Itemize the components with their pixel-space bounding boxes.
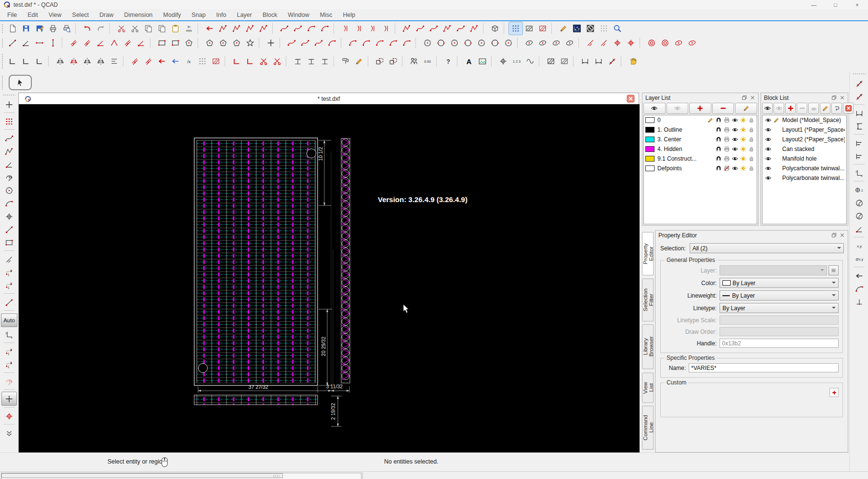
- add-custom-property-button[interactable]: [829, 388, 839, 397]
- coord-relative-xy[interactable]: @x,y: [852, 252, 867, 265]
- block-row[interactable]: Layout2 (*Paper_Space): [762, 135, 846, 144]
- mirror[interactable]: [53, 55, 67, 68]
- point-pole[interactable]: [624, 37, 638, 49]
- point-single[interactable]: [611, 37, 624, 49]
- mirror-keep[interactable]: [67, 55, 80, 68]
- modify-break-out[interactable]: [597, 37, 611, 49]
- hatch[interactable]: [522, 22, 536, 35]
- ellipse-ring[interactable]: [672, 37, 685, 49]
- layer-on-off-sun-icon[interactable]: [739, 155, 747, 163]
- hide-all-layers[interactable]: [667, 103, 689, 114]
- taper-open[interactable]: [366, 22, 379, 35]
- dim-leader[interactable]: [852, 269, 867, 282]
- grid-toggle[interactable]: [509, 22, 522, 35]
- layer-visibility-icon[interactable]: [731, 164, 739, 172]
- snap-intersection-manual[interactable]: [2, 253, 16, 266]
- block-visibility-icon[interactable]: [764, 164, 772, 172]
- side-tab-selection-filter[interactable]: Selection Filter: [642, 278, 654, 321]
- paste[interactable]: [169, 22, 182, 35]
- layer-visibility-icon[interactable]: [731, 136, 739, 143]
- add-block[interactable]: [785, 103, 796, 114]
- mdi-close-icon[interactable]: [627, 95, 635, 103]
- circle-concentric[interactable]: [488, 37, 502, 49]
- polyline-draw[interactable]: [203, 22, 216, 35]
- break-out-manual[interactable]: [305, 55, 318, 68]
- flip-horizontal[interactable]: [80, 55, 94, 68]
- dim-horizontal[interactable]: [852, 107, 867, 120]
- spline-control-points[interactable]: [414, 22, 427, 35]
- ellipse-axes[interactable]: [536, 37, 549, 49]
- menu-info[interactable]: Info: [211, 10, 232, 20]
- round-all[interactable]: [352, 22, 366, 35]
- line-bisector[interactable]: [94, 37, 107, 49]
- snap-xy-axes[interactable]: yx: [2, 328, 16, 341]
- side-tab-command-line[interactable]: Command Line: [642, 406, 654, 450]
- restrict-horizontal-1-2[interactable]: 12: [2, 345, 16, 358]
- minimize-button[interactable]: —: [803, 0, 825, 9]
- ring-center[interactable]: [658, 37, 672, 49]
- layer-on-off-sun-icon[interactable]: [739, 145, 747, 153]
- spline-append[interactable]: [441, 22, 454, 35]
- hatch-edit[interactable]: [536, 22, 549, 35]
- layer-on-off-sun-icon[interactable]: [739, 164, 747, 172]
- scale-entities[interactable]: [407, 55, 421, 68]
- move-copy[interactable]: [373, 55, 387, 68]
- side-tab-view-list[interactable]: View List: [642, 372, 654, 403]
- add-point[interactable]: [1, 392, 17, 406]
- layer-on-off-sun-icon[interactable]: [739, 136, 747, 143]
- layer-snap-lock-icon[interactable]: [714, 164, 722, 172]
- snap-tangential[interactable]: [2, 197, 16, 210]
- break-out-segment[interactable]: [291, 55, 305, 68]
- menu-modify[interactable]: Modify: [158, 10, 187, 20]
- lengthen[interactable]: [6, 55, 19, 68]
- toolbar-drag-handle[interactable]: [853, 73, 866, 75]
- polyline-arc-segments[interactable]: [318, 22, 332, 35]
- line-orthogonal[interactable]: [107, 37, 121, 49]
- close-panel-icon[interactable]: [839, 232, 846, 239]
- measure-angle[interactable]: [592, 55, 605, 68]
- snap-auto-intersection[interactable]: [2, 171, 16, 184]
- text[interactable]: A: [462, 55, 476, 68]
- menu-file[interactable]: File: [2, 10, 22, 20]
- hatch-solid[interactable]: [558, 55, 571, 68]
- menu-select[interactable]: Select: [67, 10, 94, 20]
- stretch[interactable]: [339, 55, 352, 68]
- explode-blocks[interactable]: [488, 22, 502, 35]
- hatch-from-boundary[interactable]: [544, 55, 558, 68]
- dim-baseline[interactable]: [852, 137, 867, 150]
- close-block-edit[interactable]: [843, 103, 854, 114]
- trim[interactable]: [257, 55, 270, 68]
- remove-block[interactable]: [797, 103, 807, 114]
- layer-print-icon[interactable]: [722, 155, 731, 163]
- rectangle-size[interactable]: [169, 37, 182, 49]
- layer-row[interactable]: 3. Center: [644, 135, 757, 144]
- name-input[interactable]: *VARIES*: [689, 363, 839, 372]
- layer-snap-lock-icon[interactable]: [714, 126, 722, 134]
- edit-properties-brush[interactable]: [352, 55, 366, 68]
- snap-restrict-to-entity[interactable]: [2, 236, 16, 249]
- rename-block[interactable]: a|b: [808, 103, 819, 114]
- layer-lock-icon[interactable]: [747, 145, 755, 153]
- zoom-tools[interactable]: [611, 22, 624, 35]
- ring-2-points[interactable]: [645, 37, 658, 49]
- star[interactable]: [243, 37, 257, 49]
- auto-trim[interactable]: [318, 55, 332, 68]
- snap-on-entity[interactable]: [2, 145, 16, 158]
- move-references[interactable]: [169, 55, 182, 68]
- toolbar-drag-handle[interactable]: [1, 54, 4, 69]
- layer-visibility-icon[interactable]: [731, 155, 739, 163]
- line-vertical[interactable]: [46, 37, 60, 49]
- arc-tangent[interactable]: [387, 37, 400, 49]
- align-reference[interactable]: [107, 55, 121, 68]
- layer-list-title-bar[interactable]: Layer List: [642, 93, 758, 102]
- property-editor-title-bar[interactable]: Property Editor: [655, 231, 848, 240]
- modify-corner[interactable]: [33, 55, 46, 68]
- hide-all-blocks[interactable]: [774, 103, 784, 114]
- deselect-lasso[interactable]: [2, 375, 16, 388]
- layer-row[interactable]: Defpoints: [644, 164, 757, 173]
- scrollbar-thumb[interactable]: [1, 473, 283, 478]
- polygon-side[interactable]: [230, 37, 243, 49]
- side-tab-property-editor[interactable]: Property Editor: [642, 232, 654, 275]
- trim-both[interactable]: [270, 55, 284, 68]
- polygon-center-vertex[interactable]: [216, 37, 230, 49]
